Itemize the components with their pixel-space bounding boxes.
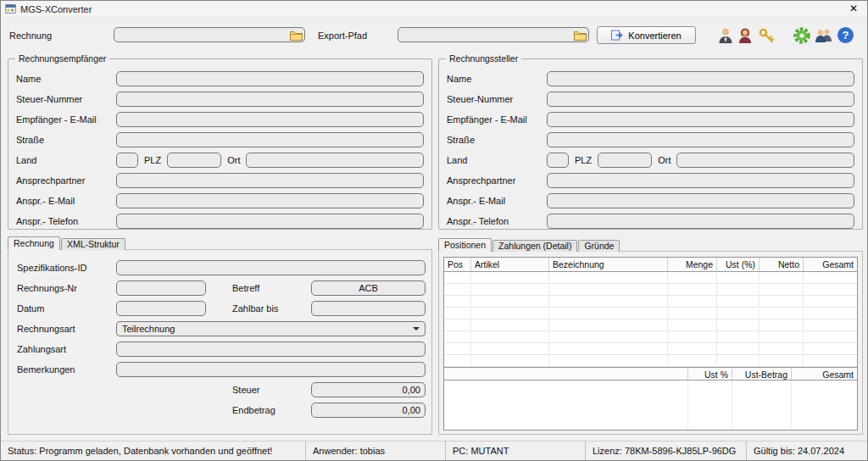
column-header-netto[interactable]: Netto: [760, 258, 804, 271]
field-row: Straße: [447, 131, 854, 147]
recipient-anspr-telefon-input[interactable]: [116, 214, 424, 229]
recipient-ort-input[interactable]: [246, 153, 424, 168]
table-column: [549, 272, 668, 367]
user-female-icon: [737, 27, 754, 44]
spezifikations-id-input[interactable]: [116, 260, 426, 275]
issuer-name-input[interactable]: [547, 71, 854, 86]
column-header-bezeichnung[interactable]: Bezeichnung: [549, 258, 668, 271]
issuer-ansprechpartner-input[interactable]: [547, 173, 854, 188]
invoice-panel: Spezifikations-ID Rechnungs-Nr Betreff D…: [8, 249, 432, 435]
recipient-land-input[interactable]: [116, 153, 138, 168]
positions-table-body[interactable]: [444, 272, 857, 367]
recipient-plz-input[interactable]: [167, 153, 221, 168]
positions-header-row: Pos Artikel Bezeichnung Menge Ust (%) Ne…: [444, 258, 857, 272]
user-button[interactable]: [715, 25, 735, 45]
field-row: Name: [16, 70, 424, 86]
issuer-anspr-email-input[interactable]: [547, 193, 854, 208]
datum-input[interactable]: [116, 301, 206, 316]
issuer-email-input[interactable]: [547, 112, 854, 127]
svg-text:?: ?: [843, 29, 849, 42]
recipient-strasse-input[interactable]: [116, 132, 424, 147]
user-male-icon: [717, 27, 734, 44]
column-header-ust[interactable]: Ust (%): [717, 258, 760, 271]
column-header-pos[interactable]: Pos: [444, 258, 471, 271]
status-bar: Status: Programm geladen, Datenbank vorh…: [1, 441, 867, 460]
recipient-ansprechpartner-input[interactable]: [116, 173, 424, 188]
help-icon: ?: [837, 26, 854, 44]
zahlbar-bis-input[interactable]: [311, 301, 426, 316]
export-browse-button[interactable]: [572, 29, 587, 42]
ort-label: Ort: [227, 155, 240, 165]
issuer-plz-input[interactable]: [598, 153, 652, 168]
recipient-email-input[interactable]: [116, 112, 424, 127]
key-button[interactable]: [756, 25, 776, 45]
help-button[interactable]: ?: [836, 25, 855, 45]
column-header-artikel[interactable]: Artikel: [471, 258, 549, 271]
steuer-input[interactable]: [311, 382, 426, 397]
positions-table: Pos Artikel Bezeichnung Menge Ust (%) Ne…: [443, 257, 858, 430]
column-header-gesamt[interactable]: Gesamt: [804, 258, 857, 271]
tab-rechnung[interactable]: Rechnung: [8, 236, 60, 250]
app-window: MGS-XConverter ✕ Rechnung Export-Pfad Ko…: [0, 0, 868, 461]
zahlungsart-input[interactable]: [116, 342, 426, 357]
datum-label: Datum: [17, 303, 44, 314]
field-row: Anspr.- Telefon: [16, 213, 424, 229]
positions-panel: Pos Artikel Bezeichnung Menge Ust (%) Ne…: [438, 251, 863, 435]
rechnungs-nr-label: Rechnungs-Nr: [17, 283, 77, 293]
field-row: Land PLZ Ort: [447, 152, 854, 168]
plz-label: PLZ: [144, 155, 161, 165]
field-row: Land PLZ Ort: [16, 152, 424, 168]
issuer-strasse-input[interactable]: [547, 132, 854, 147]
table-column: [668, 272, 717, 367]
anspr-telefon-label: Anspr.- Telefon: [447, 216, 547, 226]
field-row: Anspr.- E-Mail: [16, 192, 424, 208]
gear-icon: [793, 26, 811, 45]
issuer-groupbox: Rechnungssteller Name Steuer-Nummer Empf…: [438, 58, 863, 230]
empfaenger-email-label: Empfänger - E-Mail: [447, 114, 547, 125]
strasse-label: Straße: [447, 135, 547, 145]
settings-button[interactable]: [792, 25, 811, 45]
tab-positionen[interactable]: Positionen: [438, 238, 492, 252]
close-button[interactable]: ✕: [840, 1, 867, 17]
issuer-groupbox-title: Rechnungssteller: [446, 53, 521, 64]
field-row: Anspr.- Telefon: [447, 213, 854, 229]
tab-xml-struktur[interactable]: XML-Struktur: [61, 238, 125, 250]
rechnung-browse-button[interactable]: [288, 29, 303, 42]
user-female-button[interactable]: [735, 25, 754, 45]
rechnungsart-select[interactable]: Teilrechnung: [116, 321, 426, 336]
column-header-menge[interactable]: Menge: [668, 258, 717, 271]
totals-table-body: [444, 380, 857, 430]
issuer-ort-input[interactable]: [676, 153, 854, 168]
endbetrag-input[interactable]: [311, 403, 426, 418]
recipient-anspr-email-input[interactable]: [116, 193, 424, 208]
issuer-steuer-nummer-input[interactable]: [547, 92, 854, 107]
rechnung-file-label: Rechnung: [9, 31, 52, 41]
export-path-label: Export-Pfad: [318, 31, 367, 41]
issuer-land-input[interactable]: [547, 153, 569, 168]
recipient-name-input[interactable]: [116, 71, 424, 86]
plz-label: PLZ: [575, 155, 592, 165]
chevron-down-icon: [413, 327, 420, 330]
empfaenger-email-label: Empfänger - E-Mail: [16, 114, 116, 125]
export-path-input[interactable]: [398, 27, 589, 42]
recipient-groupbox-title: Rechnungsempfänger: [15, 53, 109, 64]
users-button[interactable]: [814, 25, 833, 45]
tab-gruende[interactable]: Gründe: [578, 240, 620, 252]
rechnung-file-input[interactable]: [114, 27, 305, 42]
table-column: [791, 380, 857, 430]
field-row: Name: [447, 70, 854, 86]
rechnungs-nr-input[interactable]: [116, 280, 206, 296]
bemerkungen-input[interactable]: [116, 362, 426, 377]
issuer-anspr-telefon-input[interactable]: [547, 214, 854, 229]
convert-button[interactable]: Konvertieren: [597, 26, 696, 44]
recipient-steuer-nummer-input[interactable]: [116, 92, 424, 107]
table-column: [760, 272, 804, 367]
table-column: [471, 272, 549, 367]
rechnungsart-value: Teilrechnung: [122, 324, 413, 334]
betreff-input[interactable]: [311, 280, 426, 296]
anspr-email-label: Anspr.- E-Mail: [447, 196, 547, 206]
convert-button-label: Konvertieren: [628, 31, 681, 41]
steuer-nummer-label: Steuer-Nummer: [447, 94, 547, 104]
tab-zahlungen-detail[interactable]: Zahlungen (Detail): [492, 240, 577, 252]
users-icon: [815, 26, 833, 45]
